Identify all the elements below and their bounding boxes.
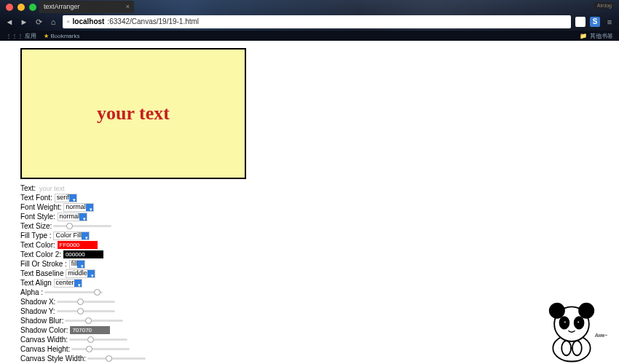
filltype-label: Fill Type : <box>20 231 52 240</box>
ext-icon-1[interactable] <box>575 17 586 27</box>
canvas-text: your text <box>97 103 170 124</box>
canvas-preview: your text <box>20 48 246 179</box>
shadowcolor-input[interactable]: 707070 <box>70 326 110 334</box>
fillstroke-select[interactable]: fill▾ <box>69 260 86 269</box>
url-input[interactable]: ▫ localhost:63342/Canvas/19/19-1.html <box>63 15 571 28</box>
baseline-label: Text Baseline <box>20 269 63 278</box>
shadowy-slider[interactable] <box>57 310 115 312</box>
size-label: Text Size: <box>20 221 52 231</box>
color1-label: Text Color: <box>20 240 55 250</box>
window-controls[interactable] <box>6 4 36 11</box>
controls-panel: Text: Text Font: serif▾ Font Weight: nor… <box>20 183 619 363</box>
shadowblur-label: Shadow Blur: <box>20 316 63 325</box>
shadowx-label: Shadow X: <box>20 297 55 306</box>
forward-icon[interactable]: ► <box>19 17 29 26</box>
text-label: Text: <box>20 183 36 193</box>
weight-select[interactable]: normal▾ <box>63 203 94 212</box>
apps-icon[interactable]: ⋮⋮⋮ 应用 <box>6 32 36 40</box>
align-select[interactable]: center▾ <box>54 279 82 288</box>
page-icon: ▫ <box>67 15 70 28</box>
shadowblur-slider[interactable] <box>65 320 123 322</box>
cheight-slider[interactable] <box>71 348 130 350</box>
text-input[interactable] <box>38 185 89 192</box>
svg-point-2 <box>550 304 564 318</box>
cheight-label: Canvas Height: <box>20 344 70 354</box>
style-select[interactable]: normal▾ <box>58 213 88 221</box>
alpha-label: Alpha : <box>20 288 43 297</box>
close-icon[interactable] <box>6 4 13 11</box>
filltype-select[interactable]: Color Fill▾ <box>53 232 90 240</box>
url-path: :63342/Canvas/19/19-1.html <box>107 15 199 28</box>
color2-input[interactable]: 000000 <box>63 250 103 258</box>
svg-point-8 <box>561 341 571 355</box>
page-content: your text Text: Text Font: serif▾ Font W… <box>0 41 619 364</box>
maximize-icon[interactable] <box>29 4 36 11</box>
back-icon[interactable]: ◄ <box>4 17 15 26</box>
color1-input[interactable]: FF0000 <box>58 241 98 249</box>
font-label: Text Font: <box>20 193 52 202</box>
panda-mascot: Aww~ <box>532 295 612 364</box>
style-label: Font Style: <box>20 212 55 221</box>
color2-label: Text Color 2: <box>20 250 61 259</box>
cwidth-slider[interactable] <box>69 339 127 341</box>
svg-point-6 <box>564 321 567 324</box>
bookmarks-link[interactable]: ★ Bookmarks <box>44 33 79 39</box>
alpha-slider[interactable] <box>44 291 103 293</box>
cswidth-label: Canvas Style Width: <box>20 354 86 363</box>
browser-chrome: Airdog textArranger × ◄ ► ⟳ ⌂ ▫ localhos… <box>0 0 619 31</box>
address-bar-row: ◄ ► ⟳ ⌂ ▫ localhost:63342/Canvas/19/19-1… <box>0 13 619 31</box>
svg-point-3 <box>579 304 594 318</box>
weight-label: Font Weight: <box>20 202 62 212</box>
tab-title: textArranger <box>44 1 80 13</box>
ext-icon-s[interactable]: S <box>590 17 600 27</box>
font-select[interactable]: serif▾ <box>55 194 77 202</box>
other-bookmarks[interactable]: 📁 其他书签 <box>580 32 613 40</box>
cwidth-label: Canvas Width: <box>20 335 68 344</box>
shadowy-label: Shadow Y: <box>20 306 55 316</box>
minimize-icon[interactable] <box>17 4 25 11</box>
svg-point-7 <box>577 321 580 324</box>
extension-icons: S ≡ <box>575 17 615 27</box>
home-icon[interactable]: ⌂ <box>48 17 58 26</box>
bookmarks-bar: ⋮⋮⋮ 应用 ★ Bookmarks 📁 其他书签 <box>0 31 619 41</box>
shadowx-slider[interactable] <box>57 301 115 303</box>
size-slider[interactable] <box>53 225 111 227</box>
close-tab-icon[interactable]: × <box>126 1 130 13</box>
menu-icon[interactable]: ≡ <box>604 17 615 26</box>
svg-point-9 <box>572 341 582 355</box>
align-label: Text Align <box>20 278 52 288</box>
cswidth-slider[interactable] <box>87 357 146 360</box>
svg-text:Aww~: Aww~ <box>594 333 607 339</box>
url-host: localhost <box>73 15 105 28</box>
airdog-badge: Airdog <box>594 2 615 9</box>
reload-icon[interactable]: ⟳ <box>33 17 44 27</box>
shadowcolor-label: Shadow Color: <box>20 325 68 335</box>
browser-tab[interactable]: textArranger × <box>39 1 134 13</box>
fillstroke-label: Fill Or Stroke : <box>20 259 67 269</box>
